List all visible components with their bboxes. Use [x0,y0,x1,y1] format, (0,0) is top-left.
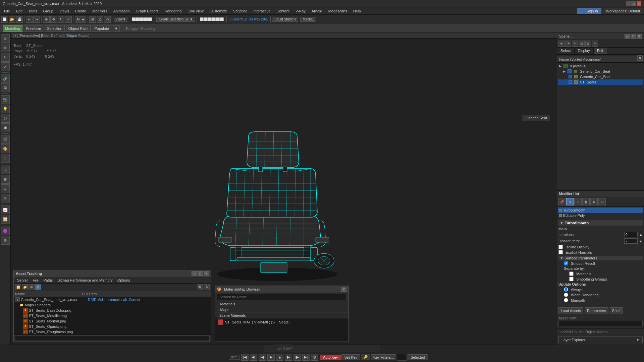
shelf-btn[interactable]: Shelf [610,307,623,314]
surface-params-header[interactable]: ▼ Surface Parameters [558,256,643,260]
parameters-btn[interactable]: Parameters [585,307,608,314]
scale-tool[interactable]: ⤢ [1,62,10,71]
reference-coord-dropdown[interactable]: All [75,16,86,23]
asset-row-basecolor[interactable]: P ST_Seats_BaseColor.png [14,308,211,313]
unlink-tool[interactable]: ⛓ [1,83,10,92]
create-selection-dropdown[interactable]: Create Selection Se ▼ [156,17,195,22]
curve-editor[interactable]: 📈 [1,205,10,214]
asset-tool-3[interactable]: ⊞ [29,284,35,290]
rotate-icon[interactable]: ↻ [58,16,64,23]
scene-tab-select[interactable]: Select [557,48,575,54]
render-setup[interactable]: ⚙ [1,236,10,245]
menu-views[interactable]: Views [57,8,72,14]
percent-snap[interactable]: % [104,16,111,23]
next-key-btn[interactable]: |▶ [293,354,301,361]
minimize-button[interactable]: ─ [626,1,631,6]
squid-dropdown[interactable]: Squid Studio v [272,17,299,22]
shape-tool[interactable]: ⬢ [1,123,10,132]
smoothing-groups-checkbox[interactable] [569,277,574,281]
asset-row-normal[interactable]: P ST_Seats_Normal.png [14,318,211,324]
material-close-btn[interactable]: ✕ [341,287,346,292]
asset-menu-file[interactable]: File [31,278,41,283]
menu-modifiers[interactable]: Modifiers [90,8,110,14]
asset-tool-1[interactable]: 🔁 [15,284,21,290]
menu-file[interactable]: File [1,8,13,14]
load-assets-btn[interactable]: Load Assets [558,307,583,314]
time-config-btn[interactable]: ⏱ [311,354,318,361]
layer-tool[interactable]: ⊕ [1,194,10,202]
menu-rendering[interactable]: Rendering [162,8,184,14]
scene-row-st-seats[interactable]: ST_Seats [558,79,643,85]
scene-minimize-btn[interactable]: ─ [625,34,630,39]
asset-minimize-btn[interactable]: ─ [192,271,197,276]
scene-row-car-seat-obj[interactable]: Generic_Car_Seat [558,74,643,79]
rotate-tool[interactable]: ↻ [1,53,10,62]
scene-tab-display[interactable]: Display [575,48,594,54]
snap-toggle[interactable]: ⊞ [89,16,96,23]
timeline-scroll[interactable] [397,354,407,361]
sign-in-button[interactable]: 👤 Sign In [577,8,601,14]
asset-menu-paths[interactable]: Paths [41,278,55,283]
menu-interactive[interactable]: Interactive [251,8,273,14]
mod-item-editable-poly[interactable]: Editable Poly [558,213,643,218]
scene-tool-1[interactable]: ⊕ [558,41,565,47]
scene-close-btn[interactable]: ✕ [637,34,642,39]
camera-tool[interactable]: 📷 [1,95,10,104]
asset-tool-5[interactable]: 🔍 [197,284,203,290]
next-frame-btn[interactable]: ▶ [285,354,292,361]
render-iters-up[interactable]: ▲ [639,239,643,243]
redo-icon[interactable]: ↪ [33,16,40,23]
new-icon[interactable]: 📄 [1,16,8,23]
mod-item-turbosmooth[interactable]: TurboSmooth [558,207,643,213]
mod-btn-edit[interactable]: ✎ [566,198,574,205]
scene-tool-2[interactable]: 👁 [565,41,571,47]
mod-btn-delete[interactable]: 🗑 [582,198,590,205]
menu-megascans[interactable]: Megascans [326,8,350,14]
materials-checkbox[interactable] [569,272,574,276]
set-key-btn[interactable]: Set Key [341,354,361,360]
stop-btn[interactable]: ■ [276,354,283,361]
turbosmooth-section-header[interactable]: ▼ TurboSmooth [558,220,643,226]
move-icon[interactable]: ✥ [50,16,57,23]
menu-vray[interactable]: V-Ray [293,8,308,14]
snap-tool[interactable]: ⊞ [1,166,10,174]
explicit-normals-checkbox[interactable] [558,250,563,254]
menu-group[interactable]: Group [40,8,56,14]
asset-tool-2[interactable]: 📁 [22,284,28,290]
selection-tab[interactable]: Selection [45,25,64,32]
iterations-up[interactable]: ▲ [639,233,643,237]
materials-section[interactable]: + Materials [215,301,348,307]
asset-row-roughness[interactable]: P ST_Seats_Roughness.png [14,329,211,335]
maps-section[interactable]: + Maps [215,307,348,313]
menu-arnold[interactable]: Arnold [309,8,325,14]
asset-row-opacity[interactable]: P ST_Seats_Opacity.png [14,324,211,329]
angle-snap[interactable]: ∠ [97,16,103,23]
undo-icon[interactable]: ↩ [26,16,33,23]
menu-customize[interactable]: Customize [207,8,230,14]
smooth-result-checkbox[interactable] [564,261,568,265]
material-tool[interactable]: 🎨 [1,144,10,153]
play-btn[interactable]: ▶ [267,354,275,361]
material-search-input[interactable] [217,294,346,300]
material-editor[interactable]: 🟣 [1,227,10,235]
auto-key-btn[interactable]: Auto Key [320,355,341,360]
mat-item-st-seats[interactable]: ST_Seats_MAT ( VRayMtl ) [ST_Seats] [215,318,348,326]
asset-menu-server[interactable]: Server [15,278,30,283]
render-iters-input[interactable] [624,238,638,244]
menu-graph-editors[interactable]: Graph Editors [133,8,161,14]
asset-row-max[interactable]: 3 Generic_Car_Seat_max_vray.max D:\3D Mo… [14,297,211,302]
select-icon[interactable]: ⊕ [43,16,50,23]
helper-tool[interactable]: ☆ [1,154,10,163]
scene-row-default[interactable]: ▶ 0 (default) [558,63,643,69]
geometry-tool[interactable]: ⬡ [1,114,10,123]
key-icon[interactable]: 🔑 [361,354,370,360]
scene-tool-3[interactable]: ✎ [572,41,578,47]
menu-civil-view[interactable]: Civil View [185,8,206,14]
freeform-tab[interactable]: Freeform [24,25,44,32]
asset-maximize-btn[interactable]: □ [198,271,203,276]
menu-animation[interactable]: Animation [111,8,132,14]
object-paint-tab[interactable]: Object Paint [66,25,91,32]
close-button[interactable]: ✕ [637,1,641,6]
scene-row-car-seat-group[interactable]: ▶ Generic_Car_Seat [558,69,643,74]
move-tool[interactable]: ✥ [1,44,10,52]
